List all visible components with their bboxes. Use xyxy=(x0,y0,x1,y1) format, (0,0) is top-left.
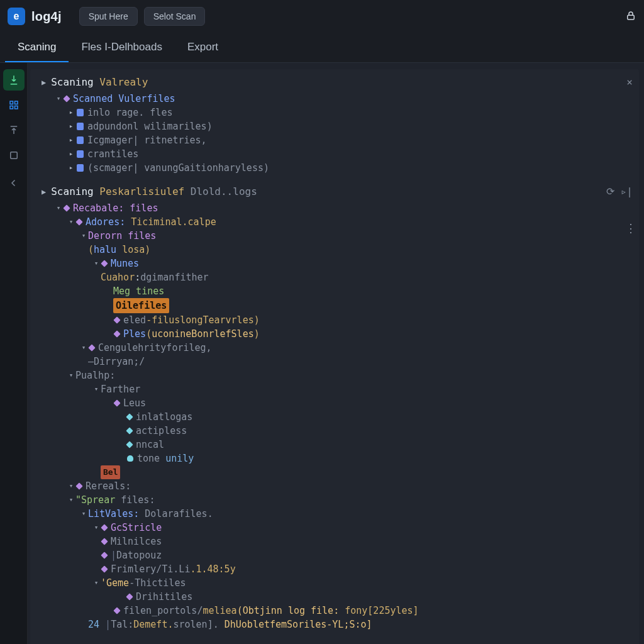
node-label: "Sprear files: xyxy=(75,493,155,507)
sidebar-item-scan[interactable] xyxy=(3,69,25,91)
node-label: inlatlogas xyxy=(136,410,192,424)
tree-node[interactable]: Oilefiles xyxy=(30,298,639,313)
upload-icon xyxy=(8,125,19,136)
node-label: GcStricle xyxy=(111,521,162,535)
section-title: Scaning Peskarlisiulef Dlold..logs xyxy=(51,185,257,199)
start-scan-button[interactable]: Selot Scan xyxy=(144,7,206,26)
node-label: Frimlery/Ti.Li.1.48:5y xyxy=(111,562,236,576)
node-label: Farther xyxy=(101,382,140,396)
node-label: Milnilces xyxy=(111,535,162,548)
tree-node[interactable]: filen_portols/meliea(Obtjinn log file: f… xyxy=(30,604,639,618)
topbar: e log4j Sput Here Selot Scan xyxy=(0,0,644,33)
node-label: Munes xyxy=(111,257,139,270)
node-label: Rereals: xyxy=(86,479,131,493)
node-label: actipless xyxy=(136,424,187,438)
tab-files-dashboards[interactable]: Fles I-Delhboads xyxy=(69,33,175,62)
node-label: inlo rage. fles xyxy=(87,106,172,119)
tag-badge: Bel xyxy=(101,465,120,479)
section-scan-logs[interactable]: ▶ Scaning Peskarlisiulef Dlold..logs ⟳ ▹… xyxy=(30,182,639,201)
tree-node[interactable]: ▸adpundonl wilimariles) xyxy=(30,119,639,133)
tab-export[interactable]: Export xyxy=(175,33,231,62)
node-label: Drihitiles xyxy=(136,590,192,604)
tree-node[interactable]: Leus xyxy=(30,396,639,410)
node-label: (halu losa) xyxy=(88,243,150,257)
sidebar-item-dash[interactable] xyxy=(3,94,25,116)
node-label: Meg tines xyxy=(113,284,164,298)
tree-node[interactable]: Bel xyxy=(30,465,639,479)
node-label: Pualhp: xyxy=(75,369,115,382)
tree-node[interactable]: | Datopouz xyxy=(30,548,639,562)
section-scan-valreally[interactable]: ▶ Scaning Valrealy × xyxy=(30,73,639,92)
tree-node[interactable]: tone unily xyxy=(30,452,639,465)
tree-node[interactable]: ▾Munes xyxy=(30,257,639,270)
tab-scanning[interactable]: Scaning xyxy=(5,33,69,62)
tree-node[interactable]: ▾Pualhp: xyxy=(30,369,639,382)
tree-node[interactable]: ▾ Adores: Ticiminal.calpe xyxy=(30,215,639,229)
tree-node[interactable]: ▾Recabale: files xyxy=(30,201,639,215)
node-label: Recabale: files xyxy=(73,201,158,215)
sidebar-item-settings[interactable] xyxy=(3,145,25,166)
node-label: nncal xyxy=(136,438,164,452)
tree-node[interactable]: ▾ "Sprear files: xyxy=(30,493,639,507)
node-label: Ples(uconineBonrlefSles) xyxy=(123,327,260,341)
node-label: Cengulehrityforileg, xyxy=(98,341,212,355)
tree-node[interactable]: ▾ Derorn files xyxy=(30,229,639,243)
sidebar xyxy=(0,63,28,644)
sidebar-item-upload[interactable] xyxy=(3,119,25,141)
tree-node[interactable]: Milnilces xyxy=(30,535,639,548)
lock-icon[interactable] xyxy=(625,10,636,23)
section-refresh-icon[interactable]: ⟳ xyxy=(606,185,614,199)
section-close-icon[interactable]: × xyxy=(626,75,633,89)
tree-node[interactable]: Cuahor:dgimanfither xyxy=(30,270,639,284)
grid-icon xyxy=(8,99,19,111)
node-label: Adores: Ticiminal.calpe xyxy=(86,215,216,229)
tree-node[interactable]: inlatlogas xyxy=(30,410,639,424)
tree-node[interactable]: (halu losa) xyxy=(30,243,639,257)
box-icon xyxy=(8,150,19,161)
tree-node[interactable]: eled-filuslongTearvrles) xyxy=(30,313,639,327)
sidebar-collapse[interactable] xyxy=(3,172,25,194)
app-logo: e xyxy=(8,8,25,25)
node-label: Icgmager| ritnetries, xyxy=(87,133,207,147)
chevron-left-icon xyxy=(8,177,19,189)
tree-node[interactable]: ▾Rereals: xyxy=(30,479,639,493)
tree-node[interactable]: ▾ LitVales: Dolarafiles. xyxy=(30,507,639,521)
tree-node[interactable]: ▸inlo rage. fles xyxy=(30,106,639,119)
node-label: filen_portols/meliea(Obtjinn log file: f… xyxy=(123,604,419,618)
node-label: crantiles xyxy=(87,147,138,161)
tree-node[interactable]: Frimlery/Ti.Li.1.48:5y xyxy=(30,562,639,576)
tree-node[interactable]: ▸Icgmager| ritnetries, xyxy=(30,133,639,147)
tree-node[interactable]: ▸(scmager| vanungGaitionharyless) xyxy=(30,161,639,175)
node-label: (scmager| vanungGaitionharyless) xyxy=(87,161,269,175)
node-label: eled-filuslongTearvrles) xyxy=(123,313,260,327)
tree-node[interactable]: ▾ 'Geme-Thictiles xyxy=(30,576,639,590)
node-label: —Dirryan;/ xyxy=(88,355,145,369)
tree-node[interactable]: —Dirryan;/ xyxy=(30,355,639,369)
node-label: Datopouz xyxy=(116,548,162,562)
tree-node[interactable]: Meg tines xyxy=(30,284,639,298)
svg-rect-4 xyxy=(14,106,18,109)
tree-node[interactable]: ▾Cengulehrityforileg, xyxy=(30,341,639,355)
tree-node[interactable]: ▾GcStricle xyxy=(30,521,639,535)
section-skip-icon[interactable]: ▹| xyxy=(621,185,633,199)
node-label: Derorn files xyxy=(88,229,156,243)
svg-rect-5 xyxy=(10,152,17,159)
tree-node[interactable]: ▸crantiles xyxy=(30,147,639,161)
kebab-menu-icon[interactable]: ⋮ xyxy=(625,221,638,235)
result-tree[interactable]: ▶ Scaning Valrealy × ▾ Scanned Vulerfile… xyxy=(30,73,639,631)
tree-node[interactable]: ▾ Scanned Vulerfiles xyxy=(30,92,639,106)
sput-here-button[interactable]: Sput Here xyxy=(79,7,138,26)
tree-node[interactable]: Drihitiles xyxy=(30,590,639,604)
tree-node[interactable]: Ples(uconineBonrlefSles) xyxy=(30,327,639,341)
svg-rect-2 xyxy=(14,101,18,104)
expand-icon: ▶ xyxy=(42,185,46,199)
tree-node[interactable]: nncal xyxy=(30,438,639,452)
tree-node[interactable]: ▾Farther xyxy=(30,382,639,396)
tree-node[interactable]: actipless xyxy=(30,424,639,438)
node-label: adpundonl wilimariles) xyxy=(87,119,213,133)
tree-node[interactable]: 24 |Tal:Demeft.srolen]. DhUobletfemSoril… xyxy=(30,618,639,631)
node-label: Scanned Vulerfiles xyxy=(73,92,175,106)
download-icon xyxy=(8,74,19,86)
node-label: 24 |Tal:Demeft.srolen]. DhUobletfemSoril… xyxy=(88,618,372,631)
node-label: LitVales: Dolarafiles. xyxy=(88,507,213,521)
